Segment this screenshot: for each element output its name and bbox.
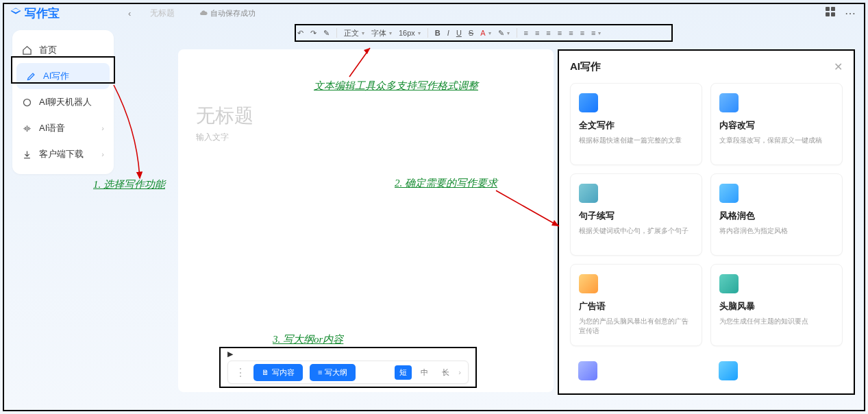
drag-handle-icon[interactable]: ⋮ (235, 366, 247, 379)
align-left-button[interactable]: ≡ (524, 29, 528, 37)
ai-card-desc: 根据关键词或中心句，扩展多个句子 (579, 226, 693, 236)
polish-icon (719, 184, 739, 203)
strike-button[interactable]: S (469, 29, 473, 37)
editor-canvas[interactable]: 无标题 输入文字 (178, 49, 554, 392)
align-center-button[interactable]: ≡ (535, 29, 539, 37)
highlight-button[interactable]: ✎ (498, 29, 510, 38)
ai-card-continue[interactable]: 句子续写 根据关键词或中心句，扩展多个句子 (570, 173, 702, 256)
logo-icon (10, 7, 22, 19)
ai-card-title: 风格润色 (719, 210, 834, 222)
italic-button[interactable]: I (447, 29, 449, 37)
ai-panel: AI写作 ✕ 全文写作 根据标题快速创建一篇完整的文章 内容改写 文章段落改写，… (559, 51, 854, 393)
length-short[interactable]: 短 (395, 365, 412, 380)
undo-button[interactable]: ↶ (297, 29, 303, 38)
pencil-icon (26, 71, 36, 82)
underline-button[interactable]: U (456, 29, 462, 37)
body-input[interactable]: 输入文字 (196, 132, 229, 143)
ad-icon (579, 274, 598, 293)
sidebar-item-label: AI语音 (39, 122, 65, 134)
ai-card-desc: 将内容润色为指定风格 (719, 226, 834, 236)
cloud-icon (199, 9, 208, 17)
font-family-select[interactable]: 字体 (371, 28, 392, 38)
app-logo: 写作宝 (10, 5, 60, 21)
list-ordered-button[interactable]: ≡ (569, 29, 573, 37)
sidebar-item-ai-write[interactable]: AI写作 (16, 63, 110, 89)
text-color-button[interactable]: A (480, 29, 491, 37)
autosave-status: 自动保存成功 (199, 8, 256, 19)
sidebar-item-label: AI写作 (43, 70, 69, 82)
list-icon: ≡ (318, 368, 322, 376)
format-paint-button[interactable]: ✎ (323, 29, 330, 38)
length-segmented: 短 中 长 › (395, 365, 461, 380)
indent-button[interactable]: ≡ (591, 29, 601, 37)
app-name: 写作宝 (25, 5, 60, 21)
doc-icon (579, 93, 598, 112)
sidebar-item-download[interactable]: 客户端下载 › (12, 141, 114, 167)
doc-icon (719, 361, 738, 380)
home-icon (22, 45, 32, 56)
ai-card-extra-1[interactable] (570, 354, 702, 386)
length-long[interactable]: 长 (437, 365, 454, 380)
sidebar-item-home[interactable]: 首页 (12, 37, 114, 63)
more-icon[interactable]: ⋯ (845, 7, 856, 20)
sidebar-item-label: AI聊天机器人 (39, 96, 92, 108)
chat-icon (22, 97, 32, 108)
play-icon[interactable]: ▶ (227, 350, 233, 358)
continue-icon (579, 184, 598, 203)
paragraph-style-select[interactable]: 正文 (344, 28, 364, 38)
list-bullet-button[interactable]: ≡ (580, 29, 584, 37)
ai-card-title: 句子续写 (579, 210, 693, 222)
chevron-right-icon: › (101, 124, 104, 132)
sidebar-item-voice[interactable]: AI语音 › (12, 115, 114, 141)
rewrite-icon (719, 93, 739, 112)
sidebar-item-label: 客户端下载 (39, 148, 84, 160)
ai-card-title: 内容改写 (719, 119, 834, 132)
ai-card-desc: 文章段落改写，保留原义一键成稿 (719, 136, 834, 145)
top-header: 写作宝 ‹ 无标题 自动保存成功 ⋯ (5, 4, 863, 22)
redo-button[interactable]: ↷ (310, 29, 317, 38)
sidebar: 首页 AI写作 AI聊天机器人 AI语音 › 客户端下载 › (12, 30, 114, 174)
apps-icon[interactable] (826, 7, 835, 16)
ai-card-brainstorm[interactable]: 头脑风暴 为您生成任何主题的知识要点 (710, 264, 843, 346)
write-outline-button[interactable]: ≡ 写大纲 (310, 364, 356, 381)
align-justify-button[interactable]: ≡ (558, 29, 562, 37)
ai-card-slogan[interactable]: 广告语 为您的产品头脑风暴出有创意的广告宣传语 (570, 264, 702, 346)
ai-card-desc: 根据标题快速创建一篇完整的文章 (579, 136, 693, 145)
write-content-button[interactable]: 🗎 写内容 (253, 364, 303, 381)
brainstorm-icon (719, 274, 739, 293)
ai-card-extra-2[interactable] (710, 354, 843, 386)
ai-card-desc: 为您生成任何主题的知识要点 (719, 317, 834, 326)
mail-icon (578, 361, 597, 380)
doc-icon: 🗎 (262, 368, 269, 376)
sidebar-item-chatbot[interactable]: AI聊天机器人 (12, 89, 114, 115)
audio-icon (22, 123, 32, 134)
download-icon (22, 149, 32, 160)
ai-card-rewrite[interactable]: 内容改写 文章段落改写，保留原义一键成稿 (710, 83, 843, 165)
font-size-select[interactable]: 16px (399, 29, 421, 37)
length-mid[interactable]: 中 (416, 365, 433, 380)
write-action-bar: ⋮ 🗎 写内容 ≡ 写大纲 短 中 长 › (227, 361, 469, 384)
ai-card-full-write[interactable]: 全文写作 根据标题快速创建一篇完整的文章 (570, 83, 702, 165)
chevron-right-icon: › (101, 150, 104, 158)
title-input[interactable]: 无标题 (196, 103, 253, 129)
ai-card-polish[interactable]: 风格润色 将内容润色为指定风格 (710, 173, 843, 256)
ai-card-desc: 为您的产品头脑风暴出有创意的广告宣传语 (579, 317, 693, 336)
back-button[interactable]: ‹ (128, 8, 131, 19)
close-icon[interactable]: ✕ (834, 60, 843, 73)
editor-toolbar: ↶ ↷ ✎ 正文 字体 16px B I U S A ✎ ≡ ≡ ≡ ≡ ≡ ≡… (297, 25, 670, 40)
sidebar-item-label: 首页 (39, 44, 57, 56)
bold-button[interactable]: B (435, 29, 441, 37)
ai-card-title: 头脑风暴 (719, 300, 834, 313)
ai-panel-title: AI写作 (570, 60, 601, 73)
chevron-right-icon[interactable]: › (458, 368, 461, 376)
ai-card-title: 广告语 (579, 300, 693, 313)
doc-title-placeholder: 无标题 (150, 8, 175, 19)
align-right-button[interactable]: ≡ (546, 29, 550, 37)
svg-point-0 (24, 99, 31, 106)
ai-card-title: 全文写作 (579, 119, 693, 132)
